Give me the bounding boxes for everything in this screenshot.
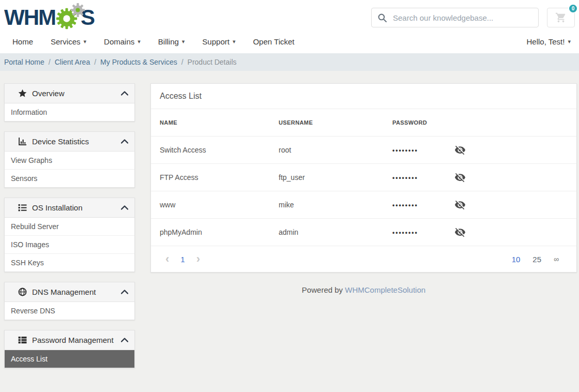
column-header-password: PASSWORD bbox=[384, 109, 446, 137]
main-content: Access List NAME USERNAME PASSWORD Switc… bbox=[150, 83, 577, 294]
column-header-name: NAME bbox=[151, 109, 270, 137]
access-list-table: NAME USERNAME PASSWORD Switch Access roo… bbox=[151, 109, 576, 246]
sidebar-item-iso-images[interactable]: ISO Images bbox=[5, 235, 134, 253]
panel-title: DNS Management bbox=[32, 288, 121, 296]
panel-title: Device Statistics bbox=[32, 137, 121, 146]
powered-by-footer: Powered by WHMCompleteSolution bbox=[150, 285, 577, 294]
password-mask: •••••••• bbox=[392, 147, 418, 154]
cart-button[interactable]: 0 bbox=[547, 8, 575, 27]
search-input[interactable] bbox=[393, 13, 532, 22]
cart-count-badge: 0 bbox=[568, 4, 578, 13]
nav-item-billing[interactable]: Billing ▾ bbox=[158, 37, 185, 46]
table-row: Switch Access root •••••••• bbox=[151, 137, 576, 164]
column-header-username: USERNAME bbox=[270, 109, 384, 137]
sidebar-item-access-list[interactable]: Access List bbox=[5, 350, 134, 368]
panel-dns-management-header[interactable]: DNS Management bbox=[5, 282, 134, 302]
nav-item-open-ticket[interactable]: Open Ticket bbox=[253, 37, 294, 46]
bar-chart-icon bbox=[16, 137, 28, 146]
sidebar-item-reverse-dns[interactable]: Reverse DNS bbox=[5, 302, 134, 320]
page-size-all[interactable]: ∞ bbox=[554, 255, 559, 263]
panel-title: OS Installation bbox=[32, 203, 121, 212]
main-navigation: Home Services ▾ Domains ▾ Billing ▾ Supp… bbox=[0, 32, 579, 53]
whmcs-logo[interactable]: WHM bbox=[4, 5, 94, 30]
logo-text-whm: WHM bbox=[4, 7, 55, 28]
whmcompletesolution-link[interactable]: WHMCompleteSolution bbox=[345, 285, 425, 294]
nav-item-home[interactable]: Home bbox=[12, 37, 33, 46]
star-icon bbox=[16, 89, 28, 98]
page-size-25[interactable]: 25 bbox=[532, 255, 541, 264]
toggle-password-button[interactable] bbox=[454, 172, 466, 183]
chevron-up-icon bbox=[121, 290, 128, 294]
globe-icon bbox=[16, 288, 28, 296]
sidebar-item-view-graphs[interactable]: View Graphs bbox=[5, 152, 134, 169]
page-size-10[interactable]: 10 bbox=[512, 255, 521, 264]
password-mask: •••••••• bbox=[392, 174, 418, 182]
breadcrumb-separator: / bbox=[94, 58, 96, 66]
chevron-up-icon bbox=[121, 338, 128, 342]
column-header-actions bbox=[446, 109, 576, 137]
toggle-password-button[interactable] bbox=[454, 144, 466, 156]
cell-username: root bbox=[270, 137, 384, 164]
pagination-prev-button[interactable]: ‹ bbox=[165, 253, 169, 265]
user-menu[interactable]: Hello, Test! ▾ bbox=[527, 37, 573, 46]
logo-gears bbox=[56, 5, 81, 30]
chevron-up-icon bbox=[121, 205, 128, 210]
panel-password-management: Password Management Access List bbox=[4, 330, 135, 368]
access-list-card: Access List NAME USERNAME PASSWORD Switc… bbox=[150, 83, 577, 273]
sidebar-item-information[interactable]: Information bbox=[5, 103, 134, 121]
sidebar: Overview Information Dev bbox=[4, 83, 135, 368]
panel-device-statistics: Device Statistics View Graphs Sensors bbox=[4, 131, 135, 188]
panel-os-installation: OS Installation Rebuild Server ISO Image… bbox=[4, 198, 135, 272]
eye-slash-icon bbox=[454, 199, 466, 210]
table-row: FTP Access ftp_user •••••••• bbox=[151, 164, 576, 191]
caret-down-icon: ▾ bbox=[138, 39, 141, 44]
nav-label: Home bbox=[12, 37, 33, 46]
powered-by-text: Powered by bbox=[302, 285, 343, 294]
cell-username: admin bbox=[270, 219, 384, 246]
sidebar-item-sensors[interactable]: Sensors bbox=[5, 169, 134, 187]
breadcrumb-client-area[interactable]: Client Area bbox=[55, 58, 90, 66]
chevron-up-icon bbox=[121, 139, 128, 144]
breadcrumb-current: Product Details bbox=[188, 58, 237, 66]
search-icon bbox=[378, 13, 387, 22]
eye-slash-icon bbox=[454, 172, 466, 183]
list-icon bbox=[16, 203, 28, 212]
breadcrumb-my-products[interactable]: My Products & Services bbox=[100, 58, 177, 66]
pagination-page-1[interactable]: 1 bbox=[180, 255, 185, 264]
breadcrumb-separator: / bbox=[181, 58, 184, 66]
sidebar-item-rebuild-server[interactable]: Rebuild Server bbox=[5, 218, 134, 235]
panel-dns-management: DNS Management Reverse DNS bbox=[4, 282, 135, 320]
cell-username: ftp_user bbox=[270, 164, 384, 191]
panel-overview-header[interactable]: Overview bbox=[5, 84, 134, 103]
table-pagination: ‹ 1 › 10 25 ∞ bbox=[151, 246, 576, 272]
panel-password-management-header[interactable]: Password Management bbox=[5, 330, 134, 350]
cell-name: Switch Access bbox=[151, 137, 270, 164]
nav-item-services[interactable]: Services ▾ bbox=[51, 37, 86, 46]
cell-name: FTP Access bbox=[151, 164, 270, 191]
nav-item-support[interactable]: Support ▾ bbox=[202, 37, 235, 46]
breadcrumb: Portal Home / Client Area / My Products … bbox=[0, 53, 579, 71]
panel-os-installation-header[interactable]: OS Installation bbox=[5, 198, 134, 218]
breadcrumb-portal-home[interactable]: Portal Home bbox=[4, 58, 44, 66]
gear-gray-icon bbox=[71, 3, 85, 17]
panel-device-statistics-header[interactable]: Device Statistics bbox=[5, 132, 134, 152]
chevron-up-icon bbox=[121, 91, 128, 96]
cell-username: mike bbox=[270, 191, 384, 219]
nav-item-domains[interactable]: Domains ▾ bbox=[104, 37, 141, 46]
panel-title: Password Management bbox=[32, 336, 121, 344]
password-mask: •••••••• bbox=[392, 229, 418, 236]
cart-icon bbox=[555, 12, 567, 23]
nav-label: Services bbox=[51, 37, 81, 46]
sidebar-item-ssh-keys[interactable]: SSH Keys bbox=[5, 253, 134, 272]
cell-name: www bbox=[151, 191, 270, 219]
caret-down-icon: ▾ bbox=[233, 39, 236, 44]
caret-down-icon: ▾ bbox=[568, 39, 571, 44]
pagination-next-button[interactable]: › bbox=[196, 253, 200, 265]
nav-label: Billing bbox=[158, 37, 179, 46]
caret-down-icon: ▾ bbox=[84, 39, 87, 44]
toggle-password-button[interactable] bbox=[454, 227, 466, 238]
nav-label: Support bbox=[202, 37, 230, 46]
password-mask: •••••••• bbox=[392, 202, 418, 209]
toggle-password-button[interactable] bbox=[454, 199, 466, 210]
eye-slash-icon bbox=[454, 227, 466, 238]
